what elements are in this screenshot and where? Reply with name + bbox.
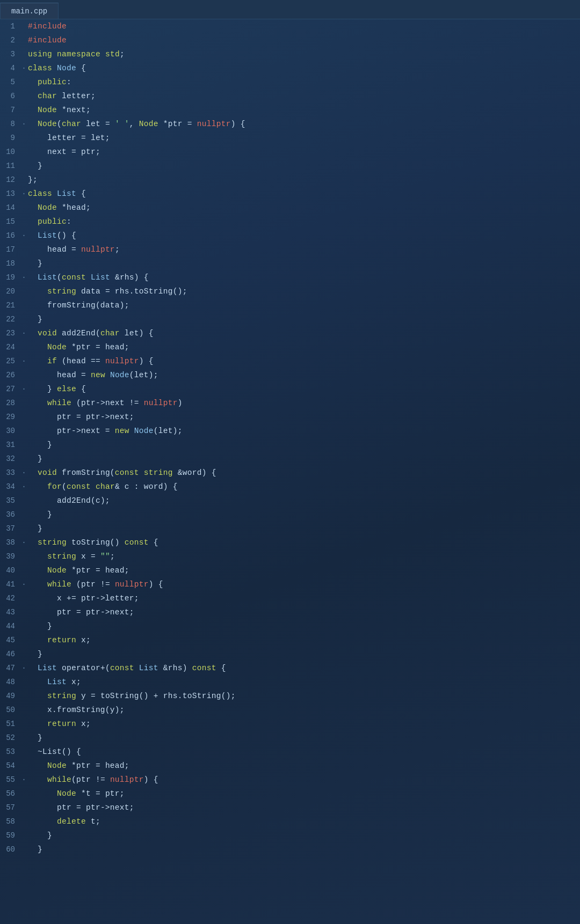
line-number: 10 [0, 148, 21, 156]
line-dot: · [21, 357, 28, 366]
line-number: 25 [0, 357, 21, 365]
line-number: 24 [0, 343, 21, 351]
line-content: while (ptr->next != nullptr) [28, 399, 183, 407]
line-number: 22 [0, 315, 21, 324]
line-dot: · [21, 273, 28, 282]
line-number: 32 [0, 454, 21, 463]
line-number: 11 [0, 162, 21, 170]
table-row: 46 } [0, 649, 580, 663]
line-number: 47 [0, 664, 21, 672]
line-number: 26 [0, 371, 21, 379]
table-row: 1 #include [0, 21, 580, 35]
line-content: Node *ptr = head; [28, 566, 129, 575]
line-content: } [28, 454, 42, 463]
line-number: 36 [0, 510, 21, 519]
line-number: 43 [0, 608, 21, 617]
line-number: 48 [0, 678, 21, 686]
table-row: 28 while (ptr->next != nullptr) [0, 398, 580, 412]
line-number: 52 [0, 734, 21, 742]
table-row: 33 · void fromString(const string &word)… [0, 468, 580, 482]
line-number: 49 [0, 692, 21, 700]
line-number: 35 [0, 496, 21, 505]
line-content: string data = rhs.toString(); [28, 287, 187, 296]
line-number: 27 [0, 385, 21, 393]
line-number: 39 [0, 552, 21, 561]
table-row: 41 · while (ptr != nullptr) { [0, 580, 580, 593]
line-number: 30 [0, 427, 21, 435]
file-tab[interactable]: main.cpp [0, 3, 59, 19]
line-content: } [28, 734, 42, 742]
line-content: fromString(data); [28, 301, 129, 310]
line-content: } else { [28, 385, 86, 393]
line-number: 40 [0, 566, 21, 575]
line-number: 55 [0, 775, 21, 784]
table-row: 39 string x = ""; [0, 552, 580, 566]
line-number: 13 [0, 189, 21, 198]
line-dot: · [21, 775, 28, 784]
line-number: 28 [0, 399, 21, 407]
line-number: 37 [0, 524, 21, 533]
line-number: 9 [0, 134, 21, 142]
line-content: List x; [28, 678, 81, 686]
line-content: while (ptr != nullptr) { [28, 580, 163, 589]
line-number: 53 [0, 747, 21, 756]
line-dot: · [21, 385, 28, 394]
line-content: ~List() { [28, 747, 81, 756]
line-content: x += ptr->letter; [28, 594, 139, 603]
table-row: 6 char letter; [0, 91, 580, 105]
line-content: #include [28, 36, 67, 45]
table-row: 56 Node *t = ptr; [0, 789, 580, 803]
line-number: 42 [0, 594, 21, 603]
table-row: 31 } [0, 440, 580, 454]
line-content: string toString() const { [28, 538, 158, 547]
line-dot: · [21, 580, 28, 589]
line-number: 2 [0, 36, 21, 45]
line-number: 38 [0, 538, 21, 547]
line-number: 21 [0, 301, 21, 310]
line-number: 41 [0, 580, 21, 589]
table-row: 5 public: [0, 77, 580, 91]
line-dot: · [21, 329, 28, 338]
table-row: 13 · class List { [0, 189, 580, 203]
table-row: 18 } [0, 259, 580, 273]
line-content: List() { [28, 231, 76, 240]
line-number: 59 [0, 831, 21, 840]
line-dot: · [21, 468, 28, 478]
line-dot: · [21, 664, 28, 673]
line-content: } [28, 162, 42, 170]
line-content: Node(char let = ' ', Node *ptr = nullptr… [28, 120, 245, 128]
line-number: 46 [0, 650, 21, 658]
line-number: 50 [0, 706, 21, 714]
line-dot: · [21, 231, 28, 240]
line-number: 33 [0, 468, 21, 477]
line-number: 60 [0, 845, 21, 854]
line-dot: · [21, 538, 28, 547]
line-number: 29 [0, 413, 21, 421]
table-row: 43 ptr = ptr->next; [0, 607, 580, 621]
line-content: public: [28, 78, 71, 86]
line-number: 8 [0, 120, 21, 128]
line-number: 14 [0, 203, 21, 212]
table-row: 45 return x; [0, 635, 580, 649]
line-number: 16 [0, 231, 21, 240]
line-number: 23 [0, 329, 21, 338]
line-dot: · [21, 482, 28, 492]
line-content: class List { [28, 189, 86, 198]
line-number: 20 [0, 287, 21, 296]
line-number: 51 [0, 720, 21, 728]
table-row: 60 } [0, 845, 580, 859]
line-content: List(const List &rhs) { [28, 273, 149, 282]
line-content: for(const char& c : word) { [28, 482, 178, 491]
table-row: 14 Node *head; [0, 203, 580, 217]
line-content: return x; [28, 720, 91, 728]
line-number: 44 [0, 622, 21, 630]
table-row: 37 } [0, 524, 580, 538]
line-content: } [28, 510, 52, 519]
table-row: 38 · string toString() const { [0, 538, 580, 552]
line-number: 3 [0, 50, 21, 58]
table-row: 10 next = ptr; [0, 147, 580, 161]
table-row: 32 } [0, 454, 580, 468]
line-content: head = new Node(let); [28, 371, 158, 379]
line-content: string x = ""; [28, 552, 115, 561]
table-row: 24 Node *ptr = head; [0, 342, 580, 356]
